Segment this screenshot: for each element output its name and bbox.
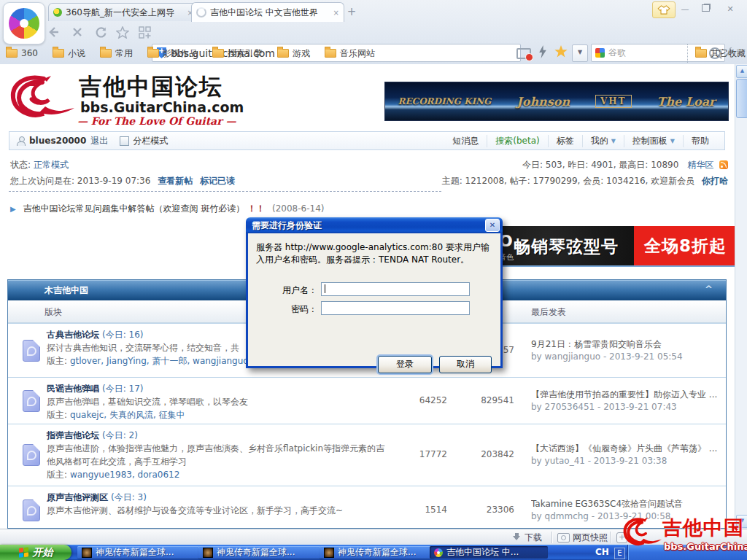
username[interactable]: blues20000 [29,136,86,146]
taskbar-task-game3[interactable]: 神鬼传奇新篇全球... [320,546,435,559]
tab2-close-icon[interactable]: × [333,9,339,17]
chevron-down-icon: ▼ [670,138,675,144]
ad-red-text: 全场8折起 [634,226,737,265]
board-mods-links[interactable]: wangyue1983, dora0612 [70,470,179,480]
taskbar-task-game2[interactable]: 神鬼传奇新篇全球... [198,546,324,559]
download-button[interactable]: 下载 [512,529,542,545]
refresh-icon [95,26,107,39]
mods-label: 版主: [47,356,67,366]
dialog-titlebar[interactable]: 需要进行身份验证 ✕ [246,217,503,233]
refresh-button[interactable] [92,25,109,39]
brand-johnson: Johnson [516,95,570,109]
last-post-by: by yutao_41 - 2013-9-21 03:38 [531,456,667,466]
page-scrollbar[interactable]: ▲ ▼ [735,64,747,529]
header-ad-banner[interactable]: RECORDING KING Johnson VHT The Loar [384,82,729,121]
board-title-link[interactable]: 原声吉他评测区 [47,492,108,502]
restore-button[interactable] [696,3,715,16]
scroll-up-button[interactable]: ▲ [736,65,747,78]
dialog-message: 服务器 http://www.google-analytics.com:80 要… [256,241,493,266]
brand-vht: VHT [595,95,632,108]
back-button[interactable] [45,25,63,39]
board-title-link[interactable]: 民谣吉他弹唱 [47,384,99,394]
start-button[interactable]: 开始 [0,545,71,560]
collapse-icon[interactable]: ^ [705,284,713,295]
watermark-dragon-icon [622,513,662,557]
minimize-button[interactable]: — [676,3,694,16]
tab1-title: 360导航_新一代安全上网导 [66,7,184,19]
login-button[interactable]: 登录 [378,356,432,373]
status-label: 状态: [10,160,31,170]
bookmark-folder-common[interactable]: 常用 [100,47,133,60]
favorite-page-button[interactable] [114,25,131,39]
site-logo[interactable]: 吉他中国论坛 bbs.GuitarChina.com — For The Lov… [7,71,248,124]
bookmark-folder-search-engines[interactable]: 搜索引擎 [212,47,263,60]
folder-icon [212,49,224,58]
bookmark-folder-movies[interactable]: 影视作品 [147,47,198,60]
bookmark-folder-games[interactable]: 游戏 [277,47,310,60]
brand-recording-king: RECORDING KING [398,96,491,106]
dialog-close-button[interactable]: ✕ [485,219,500,232]
split-mode-checkbox[interactable] [120,136,129,146]
board-icon [23,444,40,466]
menu-help[interactable]: 帮助 [684,135,717,147]
last-post-title-link[interactable]: 【弹吉他使用节拍器的重要性】助你迈入专业 ... [531,389,724,401]
tab1-favicon [53,8,62,17]
bookmark-folder-novels[interactable]: 小说 [53,47,85,60]
last-post-by: by 270536451 - 2013-9-21 07:43 [531,402,677,412]
stop-button[interactable] [69,25,86,39]
taskbar-task-browser-active[interactable]: 吉他中国论坛 中... [430,546,548,559]
other-bookmarks[interactable]: 其它收藏 [687,44,746,63]
mark-read-link[interactable]: 标记已读 [200,176,235,186]
password-input[interactable] [321,301,470,315]
snapshot-button[interactable]: 网页快照 [557,529,608,545]
forum-row-folk: 民谣吉他弹唱(今日: 17) 原声吉他弹唱，基础知识交流，弹琴唱歌，以琴会友 版… [8,377,726,424]
announcement-text[interactable]: 吉他中国论坛常见问题集中解答帖（欢迎查阅 斑竹必读） [23,203,245,214]
menu-tags[interactable]: 标签 [549,135,583,147]
digest-link[interactable]: 精华区 [687,160,713,170]
tab2-title: 吉他中国论坛 中文吉他世界 [210,7,330,19]
menu-control-panel[interactable]: 控制面板▼ [624,135,684,147]
360-browser-icon [434,548,443,557]
new-tab-button[interactable]: + [341,4,362,20]
last-post-title-link[interactable]: 【大话西游】《仙履奇缘》片头曲《芦苇荡》 ... [531,443,724,455]
scrollbar-thumb[interactable] [736,79,747,118]
dialog-body: 服务器 http://www.google-analytics.com:80 要… [246,233,503,368]
language-indicator[interactable]: CH [595,547,609,557]
skin-button[interactable] [652,1,676,18]
apps-button[interactable] [136,25,153,39]
board-icon [23,499,40,521]
tab-360-nav[interactable]: 360导航_新一代安全上网导 × [48,3,198,21]
board-title-link[interactable]: 指弹吉他论坛 [47,430,99,440]
strings-ad-banner[interactable]: O 音色 畅销琴弦型号 全场8折起 [465,226,737,267]
menu-search[interactable]: 搜索(beta) [487,135,548,147]
new-member-link[interactable]: 你打哈 [702,176,728,186]
username-input[interactable] [321,282,470,296]
folder-icon [100,49,112,58]
last-post-title-link[interactable]: Takamine EG363SC4弦拾音问题试音 [531,498,724,510]
last-post-title-link[interactable]: 9月21日：杨雪霏贵阳交响音乐会 [531,338,724,351]
board-mods-links[interactable]: quakejc, 失真的风流, 征集中 [70,410,185,420]
watermark-title: 吉他中国 [662,515,744,541]
board-today-count: (今日: 2) [102,430,138,440]
ad-black-text: 畅销琴弦型号 [514,236,619,258]
folder-icon [6,49,18,58]
bookmark-folder-music-sites[interactable]: 音乐网站 [325,47,375,60]
board-icon [23,340,40,362]
logout-link[interactable]: 退出 [90,135,108,147]
menu-messages[interactable]: 短消息 [444,135,487,147]
view-new-link[interactable]: 查看新帖 [158,176,193,186]
menu-mine[interactable]: 我的▼ [583,135,624,147]
announcement[interactable]: ▶ 吉他中国论坛常见问题集中解答帖（欢迎查阅 斑竹必读） ！！ (2008-6-… [10,203,324,215]
board-mods-links[interactable]: gtlover, JiangYing, 萧十一郎, wangjianguo [70,356,249,366]
tab-guitarchina[interactable]: 吉他中国论坛 中文吉他世界 × [191,2,344,22]
rss-icon[interactable] [719,160,728,169]
close-window-button[interactable]: ✕ [721,3,740,16]
last-post-by: by wangjianguo - 2013-9-21 05:54 [531,351,683,362]
status-mode-link[interactable]: 正常模式 [34,160,69,170]
cancel-button[interactable]: 取消 [439,356,492,373]
browser-toolbar: bbs.guitarchina.com ▼ 谷歌 [0,20,747,44]
bookmark-folder-360[interactable]: 360 [6,48,38,58]
taskbar-task-game1[interactable]: 神鬼传奇新篇全球... [77,546,203,559]
bookmarks-bar: 360 小说 常用 影视作品 搜索引擎 游戏 音乐网站 其它收藏 [0,44,747,63]
board-title-link[interactable]: 古典吉他论坛 [47,330,99,340]
